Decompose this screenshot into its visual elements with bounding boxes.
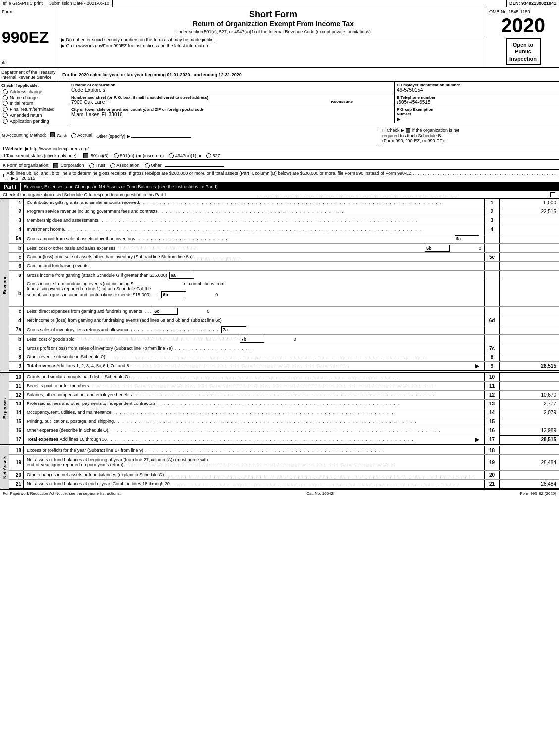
check-initial[interactable]: Initial return	[1, 101, 67, 106]
row-desc-14: Occupancy, rent, utilities, and maintena…	[24, 408, 485, 417]
linenum-13: 13	[485, 400, 500, 408]
org-info-block: C Name of organization Code Explorers D …	[69, 82, 559, 126]
city-label: City or town, state or province, country…	[71, 107, 392, 112]
trust-option[interactable]: Trust	[89, 163, 106, 168]
row-desc-2: Program service revenue including govern…	[24, 207, 485, 216]
h-checkbox[interactable]	[406, 128, 410, 133]
4947-option[interactable]: 4947(a)(1) or	[169, 153, 203, 158]
street-room-row: 7900 Oak Lane Room/suite	[71, 100, 392, 105]
revenue-row-5a: 5a Gross amount from sale of assets othe…	[9, 234, 559, 244]
value-15	[500, 417, 559, 426]
501c-option[interactable]: 501(c)( )◄ (insert no.)	[114, 153, 165, 158]
assoc-radio[interactable]	[110, 163, 115, 168]
row-num-10: 10	[9, 373, 24, 381]
5a-box: 5a	[455, 235, 479, 242]
check-name[interactable]: Name change	[1, 95, 67, 101]
dln: DLN: 93492130021841	[506, 0, 559, 7]
other-org-option[interactable]: Other	[145, 163, 225, 168]
value-20	[500, 471, 559, 479]
group-exempt-value: ▶	[397, 116, 557, 122]
line-l-row: L Add lines 5b, 6c, and 7b to line 9 to …	[0, 170, 559, 183]
row-desc-7b: Less: cost of goods sold . . . . . . . .…	[24, 335, 485, 344]
row-desc-3: Membership dues and assessments . . . . …	[24, 216, 485, 225]
expenses-row-12: 12 Salaries, other compensation, and emp…	[9, 391, 559, 400]
row-desc-18: Excess or (deficit) for the year (Subtra…	[24, 446, 485, 454]
h-check-line: H Check ▶ if the organization is not req…	[382, 128, 459, 143]
net-row-19: 19 Net assets or fund balances at beginn…	[9, 455, 559, 471]
corp-option[interactable]: Corporation	[53, 163, 85, 168]
linenum-11: 11	[485, 382, 500, 390]
row-desc-13: Professional fees and other payments to …	[24, 400, 485, 408]
row-num-4: 4	[9, 225, 24, 234]
row-desc-6c: Less: direct expenses from gaming and fu…	[24, 307, 485, 316]
accrual-option[interactable]: Accrual	[71, 133, 92, 138]
501c-radio[interactable]	[114, 153, 119, 158]
value-16: 12,989	[500, 426, 559, 435]
assoc-option[interactable]: Association	[110, 163, 141, 168]
linenum-6	[485, 262, 500, 270]
revenue-row-8: 8 Other revenue (describe in Schedule O)…	[9, 353, 559, 362]
row-desc-7a: Gross sales of inventory, less returns a…	[24, 325, 485, 334]
revenue-row-7a: 7a Gross sales of inventory, less return…	[9, 325, 559, 335]
value-21: 28,484	[500, 480, 559, 488]
row-num-5a: 5a	[9, 234, 24, 243]
row-num-17: 17	[9, 435, 24, 444]
row-num-7b: b	[9, 335, 24, 344]
linenum-12: 12	[485, 391, 500, 399]
527-radio[interactable]	[206, 153, 211, 158]
revenue-row-6: 6 Gaming and fundraising events	[9, 262, 559, 271]
value-6c	[500, 307, 559, 316]
revenue-row-9: 9 Total revenue. Add lines 1, 2, 3, 4, 5…	[9, 362, 559, 371]
dept-label: Department of the TreasuryInternal Reven…	[0, 68, 59, 81]
check-address[interactable]: Address change	[1, 89, 67, 95]
corp-checkbox[interactable]	[53, 163, 58, 168]
org-name-cell: C Name of organization Code Explorers	[69, 82, 395, 94]
other-org-radio[interactable]	[145, 163, 150, 168]
cash-option[interactable]: Cash	[50, 132, 68, 138]
trust-radio[interactable]	[89, 163, 94, 168]
value-9: 28,515	[500, 362, 559, 370]
revenue-rows: 1 Contributions, gifts, grants, and simi…	[9, 199, 559, 371]
linenum-4: 4	[485, 225, 500, 234]
spacer	[113, 0, 506, 7]
revenue-section: Revenue 1 Contributions, gifts, grants, …	[0, 199, 559, 371]
501c3-checkbox[interactable]	[83, 153, 88, 158]
part-i-label: Part I	[0, 183, 21, 191]
linenum-18: 18	[485, 446, 500, 454]
row-num-19: 19	[9, 455, 24, 470]
year-badge: 2020	[501, 15, 545, 35]
group-exempt-cell: F Group ExemptionNumber ▶	[395, 106, 559, 123]
ein-value: 46-5750154	[397, 87, 557, 93]
expenses-section: Expenses 10 Grants and similar amounts p…	[0, 373, 559, 444]
row-num-21: 21	[9, 480, 24, 488]
linenum-20: 20	[485, 471, 500, 479]
7b-box: 7b	[240, 336, 264, 343]
other-org-field[interactable]	[165, 161, 224, 167]
under-section: Under section 501(c), 527, or 4947(a)(1)…	[61, 29, 485, 34]
527-option[interactable]: 527	[206, 153, 220, 158]
website-row: I Website: ▶ http://www.codeexplorers.or…	[0, 145, 559, 152]
return-title: Return of Organization Exempt From Incom…	[61, 20, 485, 28]
row-desc-21: Net assets or fund balances at end of ye…	[24, 480, 485, 488]
4947-radio[interactable]	[169, 153, 174, 158]
value-3	[500, 216, 559, 225]
linenum-2: 2	[485, 207, 500, 216]
revenue-row-6a: a Gross income from gaming (attach Sched…	[9, 271, 559, 280]
expenses-side-label: Expenses	[0, 373, 9, 444]
value-1: 6,000	[500, 199, 559, 207]
check-pending[interactable]: Application pending	[1, 118, 67, 124]
revenue-row-2: 2 Program service revenue including gove…	[9, 207, 559, 216]
form-number: 990EZ	[2, 29, 57, 45]
other-specify-field[interactable]	[131, 132, 191, 138]
501c3-option[interactable]: 501(c)(3)	[83, 153, 110, 158]
value-10	[500, 373, 559, 381]
row-desc-5b: Less: cost or other basis and sales expe…	[24, 244, 485, 252]
accrual-radio[interactable]	[71, 133, 76, 138]
form-header: Form 990EZ ⊕ Short Form Return of Organi…	[0, 7, 559, 68]
website-label: I Website: ▶	[3, 146, 29, 151]
cash-checkbox[interactable]	[50, 132, 55, 137]
check-amended[interactable]: Amended return	[1, 112, 67, 118]
schedule-o-checkbox[interactable]	[550, 192, 555, 197]
check-final[interactable]: Final return/terminated	[1, 106, 67, 112]
value-6b	[500, 280, 559, 306]
